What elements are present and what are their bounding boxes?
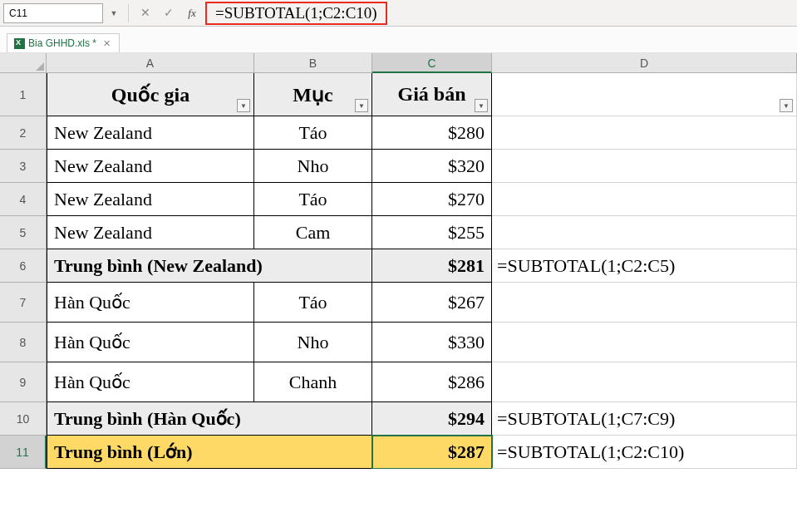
cell-D5[interactable] — [492, 216, 797, 249]
select-all-corner[interactable] — [0, 53, 47, 73]
cell-C11-selected[interactable]: $287 — [372, 436, 492, 469]
cell-A10[interactable]: Trung bình (Hàn Quốc) — [47, 402, 372, 436]
workbook-tabs: Bia GHHD.xls * ✕ — [0, 27, 797, 53]
cell-D10[interactable]: =SUBTOTAL(1;C7:C9) — [492, 402, 797, 436]
spreadsheet-grid[interactable]: A B C D 1 Quốc gia▼ Mục▼ Giá bán▼ ▼ 2 Ne… — [0, 53, 797, 469]
formula-bar-row: C11 ▼ ✕ ✓ fx =SUBTOTAL(1;C2:C10) — [0, 0, 797, 27]
cell-D6[interactable]: =SUBTOTAL(1;C2:C5) — [492, 249, 797, 283]
cell-A9[interactable]: Hàn Quốc — [47, 362, 254, 402]
cell-D3[interactable] — [492, 150, 797, 183]
cell-A11[interactable]: Trung bình (Lớn) — [47, 436, 372, 469]
cell-D11[interactable]: =SUBTOTAL(1;C2:C10) — [492, 436, 797, 469]
row-header[interactable]: 6 — [0, 249, 47, 283]
cell-C3[interactable]: $320 — [372, 150, 492, 183]
row-header[interactable]: 4 — [0, 183, 47, 216]
filter-icon[interactable]: ▼ — [237, 99, 250, 112]
cell-D8[interactable] — [492, 323, 797, 362]
cell-C6[interactable]: $281 — [372, 249, 492, 283]
cell-A4[interactable]: New Zealand — [47, 183, 254, 216]
row-header[interactable]: 5 — [0, 216, 47, 249]
filter-icon[interactable]: ▼ — [780, 99, 793, 112]
cell-C9[interactable]: $286 — [372, 362, 492, 402]
tab-label: Bia GHHD.xls * — [28, 37, 96, 49]
row-header[interactable]: 2 — [0, 116, 47, 150]
separator — [128, 4, 129, 22]
row-header[interactable]: 8 — [0, 323, 47, 362]
row-header[interactable]: 1 — [0, 73, 47, 116]
cell-A5[interactable]: New Zealand — [47, 216, 254, 249]
row-header[interactable]: 10 — [0, 402, 47, 436]
cancel-icon[interactable]: ✕ — [135, 3, 155, 23]
workbook-tab[interactable]: Bia GHHD.xls * ✕ — [7, 33, 120, 52]
cell-B8[interactable]: Nho — [254, 323, 372, 362]
excel-icon — [14, 38, 25, 49]
cell-A7[interactable]: Hàn Quốc — [47, 283, 254, 323]
cell-D2[interactable] — [492, 116, 797, 150]
formula-input-highlighted[interactable]: =SUBTOTAL(1;C2:C10) — [205, 2, 387, 25]
cell-C7[interactable]: $267 — [372, 283, 492, 323]
col-header-A[interactable]: A — [47, 53, 254, 73]
filter-icon[interactable]: ▼ — [355, 99, 368, 112]
cell-D1[interactable]: ▼ — [492, 73, 797, 116]
filter-icon[interactable]: ▼ — [475, 99, 488, 112]
name-box-dropdown[interactable]: ▼ — [106, 3, 121, 23]
cell-B4[interactable]: Táo — [254, 183, 372, 216]
row-header[interactable]: 7 — [0, 283, 47, 323]
cell-D4[interactable] — [492, 183, 797, 216]
cell-A8[interactable]: Hàn Quốc — [47, 323, 254, 362]
cell-A2[interactable]: New Zealand — [47, 116, 254, 150]
row-header[interactable]: 9 — [0, 362, 47, 402]
cell-C5[interactable]: $255 — [372, 216, 492, 249]
cell-C1[interactable]: Giá bán▼ — [372, 73, 492, 116]
cell-B3[interactable]: Nho — [254, 150, 372, 183]
fx-icon[interactable]: fx — [182, 3, 202, 23]
row-header[interactable]: 11 — [0, 436, 47, 469]
cell-C10[interactable]: $294 — [372, 402, 492, 436]
name-box-value: C11 — [9, 7, 27, 19]
cell-D7[interactable] — [492, 283, 797, 323]
close-tab-icon[interactable]: ✕ — [103, 38, 111, 49]
enter-icon[interactable]: ✓ — [159, 3, 179, 23]
cell-A3[interactable]: New Zealand — [47, 150, 254, 183]
col-header-B[interactable]: B — [254, 53, 372, 73]
cell-B9[interactable]: Chanh — [254, 362, 372, 402]
formula-text: =SUBTOTAL(1;C2:C10) — [215, 4, 377, 22]
cell-B7[interactable]: Táo — [254, 283, 372, 323]
cell-B5[interactable]: Cam — [254, 216, 372, 249]
col-header-D[interactable]: D — [492, 53, 797, 73]
cell-A1[interactable]: Quốc gia▼ — [47, 73, 254, 116]
col-header-C[interactable]: C — [372, 53, 492, 73]
cell-C4[interactable]: $270 — [372, 183, 492, 216]
cell-B2[interactable]: Táo — [254, 116, 372, 150]
cell-C8[interactable]: $330 — [372, 323, 492, 362]
cell-B1[interactable]: Mục▼ — [254, 73, 372, 116]
row-header[interactable]: 3 — [0, 150, 47, 183]
cell-C2[interactable]: $280 — [372, 116, 492, 150]
cell-D9[interactable] — [492, 362, 797, 402]
name-box[interactable]: C11 — [3, 3, 103, 23]
cell-A6[interactable]: Trung bình (New Zealand) — [47, 249, 372, 283]
